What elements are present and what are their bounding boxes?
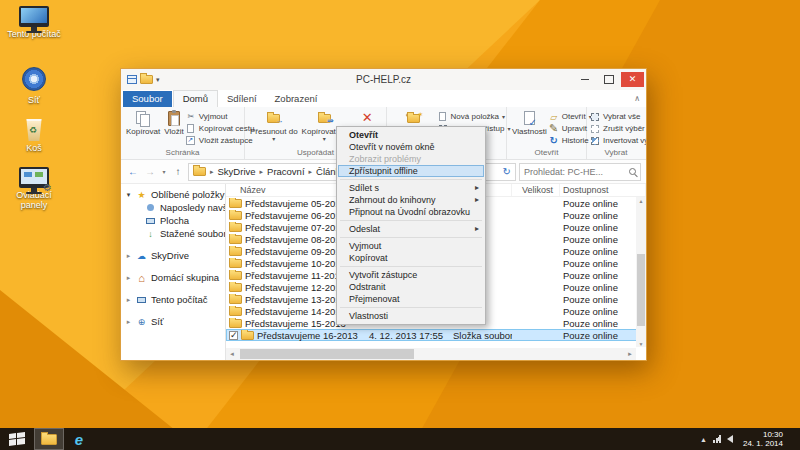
context-menu-item[interactable]: Zpřístupnit offline xyxy=(338,165,484,177)
tab-view[interactable]: Zobrazení xyxy=(266,91,327,107)
sidebar-item-this-pc[interactable]: ▸ Tento počítač xyxy=(121,293,225,306)
collapse-arrow-icon[interactable]: ▸ xyxy=(125,274,132,282)
close-button[interactable] xyxy=(621,72,644,87)
taskbar-clock[interactable]: 10:30 24. 1. 2014 xyxy=(739,430,787,448)
scroll-up-icon[interactable]: ▲ xyxy=(636,196,646,205)
context-menu-item[interactable]: Sdílet s xyxy=(338,182,484,194)
scroll-right-icon[interactable]: ► xyxy=(624,351,636,357)
ribbon-collapse-icon[interactable]: ∧ xyxy=(634,94,640,103)
select-none-icon xyxy=(591,125,599,133)
file-row[interactable]: Představujeme 16-2013 4. 12. 2013 17:55 … xyxy=(226,329,646,341)
title-bar[interactable]: ▾ PC-HELP.cz xyxy=(121,69,646,90)
recent-places-icon xyxy=(147,204,154,211)
breadcrumb-separator-icon: ▸ xyxy=(309,168,313,176)
desktop-icon-recycle-bin[interactable]: ♻ Koš xyxy=(4,119,64,153)
up-button[interactable]: ↑ xyxy=(171,165,185,179)
expand-arrow-icon[interactable]: ▾ xyxy=(125,191,132,199)
breadcrumb-pracovni[interactable]: Pracovní xyxy=(267,166,305,177)
file-availability: Pouze online xyxy=(560,318,646,329)
copy-button[interactable]: Kopírovat xyxy=(124,109,162,148)
scroll-left-icon[interactable]: ◄ xyxy=(226,351,238,357)
desktop-icon-control-panel[interactable]: ⚙ Ovládací panely xyxy=(4,167,64,210)
tab-home[interactable]: Domů xyxy=(173,90,218,107)
properties-button[interactable]: Vlastnosti xyxy=(510,109,549,148)
file-explorer-icon xyxy=(41,434,57,445)
taskbar-internet-explorer-button[interactable]: e xyxy=(64,428,94,450)
folder-icon xyxy=(229,271,242,280)
sidebar-item-skydrive[interactable]: ▸ ☁ SkyDrive xyxy=(121,249,225,262)
favorites-icon: ★ xyxy=(136,190,147,200)
horizontal-scrollbar[interactable]: ◄ ► xyxy=(226,348,636,360)
dropdown-caret-icon: ▾ xyxy=(323,136,326,142)
context-menu-item[interactable]: Vyjmout xyxy=(338,240,484,252)
context-menu-item[interactable]: Odeslat xyxy=(338,223,484,235)
column-header-availability[interactable]: Dostupnost xyxy=(560,184,646,196)
start-button[interactable] xyxy=(0,428,34,450)
invert-selection-button[interactable]: Invertovat výběr xyxy=(590,135,646,146)
edit-button[interactable]: Upravit xyxy=(549,123,592,134)
context-menu-item[interactable] xyxy=(340,220,482,221)
desktop-icon-list: Tento počítač Síť ♻ Koš ⚙ Ovládací panel… xyxy=(4,6,64,224)
qat-dropdown-icon[interactable]: ▾ xyxy=(156,76,160,84)
context-menu-item[interactable]: Odstranit xyxy=(338,281,484,293)
minimize-button[interactable] xyxy=(573,72,596,87)
vertical-scrollbar[interactable]: ▲ ▼ xyxy=(636,197,646,347)
file-name: Představujeme 09-2013 xyxy=(245,246,346,257)
desktop-icon-network[interactable]: Síť xyxy=(4,65,64,105)
folder-icon xyxy=(229,319,242,328)
scrollbar-thumb[interactable] xyxy=(637,254,645,326)
breadcrumb-skydrive[interactable]: SkyDrive xyxy=(218,166,256,177)
context-menu-item[interactable] xyxy=(340,237,482,238)
new-item-button[interactable]: Nová položka▾ xyxy=(438,111,511,122)
maximize-button[interactable] xyxy=(597,72,620,87)
new-item-icon xyxy=(439,112,446,121)
history-button[interactable]: Historie xyxy=(549,135,592,146)
tab-file[interactable]: Soubor xyxy=(123,91,172,107)
tab-share[interactable]: Sdílení xyxy=(218,91,266,107)
taskbar-file-explorer-button[interactable] xyxy=(34,428,64,450)
show-hidden-icons-button[interactable]: ▲ xyxy=(700,436,707,443)
volume-tray-icon[interactable] xyxy=(727,435,733,443)
context-menu-item[interactable]: Přejmenovat xyxy=(338,293,484,305)
scrollbar-thumb[interactable] xyxy=(240,349,414,359)
collapse-arrow-icon[interactable]: ▸ xyxy=(125,296,132,304)
move-to-button[interactable]: → Přesunout do ▾ xyxy=(248,109,300,148)
context-menu-item[interactable]: Vytvořit zástupce xyxy=(338,269,484,281)
search-box[interactable]: Prohledat: PC-HE... xyxy=(519,163,641,181)
forward-button[interactable]: → xyxy=(143,165,157,179)
context-menu-item[interactable] xyxy=(340,179,482,180)
column-header-size[interactable]: Velikost xyxy=(512,184,560,196)
recent-locations-icon[interactable]: ▾ xyxy=(160,165,168,179)
folder-icon xyxy=(229,259,242,268)
context-menu-item[interactable]: Otevřít v novém okně xyxy=(338,141,484,153)
context-menu-item[interactable] xyxy=(340,307,482,308)
select-none-button[interactable]: Zrušit výběr xyxy=(590,123,646,134)
select-all-button[interactable]: Vybrat vše xyxy=(590,111,646,122)
sidebar-item-homegroup[interactable]: ▸ ⌂ Domácí skupina xyxy=(121,271,225,284)
file-availability: Pouze online xyxy=(560,210,646,221)
breadcrumb-separator-icon: ▸ xyxy=(210,168,214,176)
context-menu-item[interactable]: Vlastnosti xyxy=(338,310,484,322)
context-menu-item[interactable]: Kopírovat xyxy=(338,252,484,264)
collapse-arrow-icon[interactable]: ▸ xyxy=(125,252,132,260)
file-availability: Pouze online xyxy=(560,258,646,269)
paste-button[interactable]: Vložit xyxy=(162,109,186,148)
sidebar-item-recent-places[interactable]: Naposledy navštívené xyxy=(121,201,225,214)
row-checkbox[interactable] xyxy=(229,331,238,340)
collapse-arrow-icon[interactable]: ▸ xyxy=(125,318,132,326)
folder-icon[interactable] xyxy=(140,75,153,84)
context-menu-item[interactable]: Připnout na Úvodní obrazovku xyxy=(338,206,484,218)
context-menu-item[interactable]: Zobrazit problémy xyxy=(338,153,484,165)
scroll-down-icon[interactable]: ▼ xyxy=(636,339,646,348)
sidebar-item-favorites[interactable]: ▾ ★ Oblíbené položky xyxy=(121,188,225,201)
sidebar-item-downloads[interactable]: ↓ Stažené soubory xyxy=(121,227,225,240)
context-menu-item[interactable]: Zahrnout do knihovny xyxy=(338,194,484,206)
open-button[interactable]: Otevřít▾ xyxy=(549,111,592,122)
desktop-icon-this-pc[interactable]: Tento počítač xyxy=(4,6,64,39)
back-button[interactable]: ← xyxy=(126,165,140,179)
sidebar-item-desktop[interactable]: Plocha xyxy=(121,214,225,227)
context-menu-item[interactable] xyxy=(340,266,482,267)
refresh-icon[interactable]: ↻ xyxy=(503,166,511,177)
sidebar-item-network[interactable]: ▸ ⊕ Síť xyxy=(121,315,225,328)
context-menu-item[interactable]: Otevřít xyxy=(338,129,484,141)
